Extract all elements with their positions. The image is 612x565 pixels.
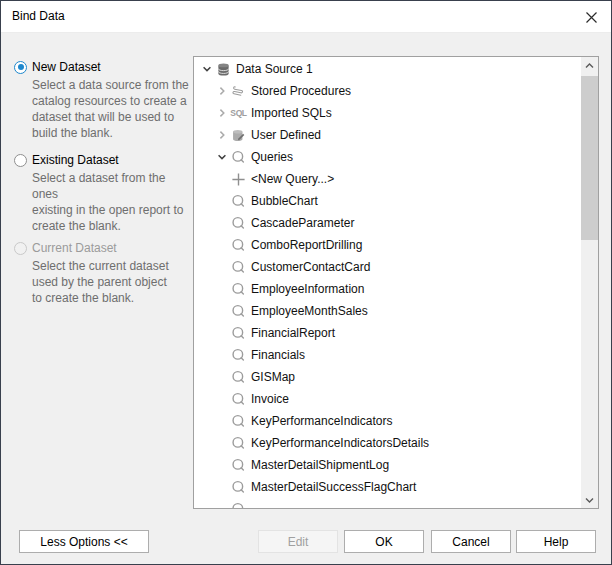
tree-item[interactable]: Financials [194,344,581,366]
chevron-right-icon[interactable] [217,108,227,118]
query-icon [231,436,246,451]
ok-button[interactable]: OK [344,530,424,553]
tree-item-label: Financials [251,348,305,362]
tree-item-label: MasterDetailSuccessFlagChart [251,480,416,494]
radio-current-dataset: Current Dataset [14,241,189,255]
query-icon [231,458,246,473]
option-description: Select a data source from the catalog re… [32,77,189,141]
chevron-down-icon [585,496,594,504]
close-icon [585,11,598,24]
tree-item[interactable]: BubbleChart [194,190,581,212]
database-icon [216,62,231,77]
query-icon [231,502,246,509]
titlebar: Bind Data [1,1,611,33]
tree-item[interactable]: GISMap [194,366,581,388]
radio-disabled-icon [14,242,27,255]
chevron-down-icon[interactable] [202,64,212,74]
query-icon [231,216,246,231]
chevron-right-icon[interactable] [217,130,227,140]
radio-new-dataset[interactable]: New Dataset [14,60,189,74]
bind-data-dialog: Bind Data New Dataset Select a data sour… [0,0,612,565]
tree-item-label: ComboReportDrilling [251,238,362,252]
tree-item[interactable]: ComboReportDrilling [194,234,581,256]
chevron-up-icon [585,62,594,70]
tree-item-label: EmployeeInformation [251,282,364,296]
option-label: New Dataset [32,60,101,74]
tree-item[interactable]: KeyPerformanceIndicators [194,410,581,432]
dialog-title: Bind Data [12,1,65,32]
tree-item[interactable]: MasterDetailSuccessFlagChart [194,476,581,498]
plus-icon [231,172,246,187]
option-description: Select a dataset from the ones existing … [32,170,189,234]
tree-item-label: Imported SQLs [251,106,332,120]
tree-item[interactable]: Queries [194,146,581,168]
tree-item[interactable]: FinancialReport [194,322,581,344]
tree-item[interactable]: <New Query...> [194,168,581,190]
option-group-existing-dataset: Existing Dataset Select a dataset from t… [14,153,189,234]
query-icon [231,238,246,253]
less-options-button[interactable]: Less Options << [19,530,149,553]
query-icon [231,370,246,385]
option-description: Select the current dataset used by the p… [32,258,189,306]
tree-item-label: FinancialReport [251,326,335,340]
query-icon [231,304,246,319]
database-edit-icon [231,128,246,143]
vertical-scrollbar[interactable] [581,57,598,508]
sql-icon: SQL [231,106,246,121]
query-icon [231,392,246,407]
help-button[interactable]: Help [516,530,596,553]
query-icon [231,326,246,341]
tree-item [194,498,581,508]
scrollbar-thumb[interactable] [581,76,598,240]
tree-item[interactable]: SQLImported SQLs [194,102,581,124]
tree-item[interactable]: EmployeeMonthSales [194,300,581,322]
query-icon [231,348,246,363]
tree-item-label: KeyPerformanceIndicatorsDetails [251,436,429,450]
chevron-right-icon[interactable] [217,86,227,96]
tree-item-label: User Defined [251,128,321,142]
option-label: Existing Dataset [32,153,119,167]
tree-item[interactable]: CascadeParameter [194,212,581,234]
tree-item-label: BubbleChart [251,194,318,208]
query-icon [231,194,246,209]
query-icon [231,150,246,165]
scroll-down-button[interactable] [581,491,598,508]
tree-item-label: KeyPerformanceIndicators [251,414,392,428]
query-icon [231,414,246,429]
tree-item[interactable]: Stored Procedures [194,80,581,102]
tree-item[interactable]: KeyPerformanceIndicatorsDetails [194,432,581,454]
close-button[interactable] [579,6,603,28]
option-group-new-dataset: New Dataset Select a data source from th… [14,60,189,141]
option-group-current-dataset: Current Dataset Select the current datas… [14,241,189,306]
tree-item-label: GISMap [251,370,295,384]
option-label: Current Dataset [32,241,117,255]
tree-item[interactable]: Invoice [194,388,581,410]
tree-body: Data Source 1 Stored ProceduresSQLImport… [194,57,581,508]
scroll-icon [231,84,246,99]
tree-item[interactable]: CustomerContactCard [194,256,581,278]
tree-item-label: <New Query...> [251,172,334,186]
tree-item[interactable]: User Defined [194,124,581,146]
query-icon [231,282,246,297]
cancel-button[interactable]: Cancel [431,530,511,553]
edit-button: Edit [258,530,338,553]
radio-existing-dataset[interactable]: Existing Dataset [14,153,189,167]
tree-item[interactable]: MasterDetailShipmentLog [194,454,581,476]
tree-item-label: Data Source 1 [236,62,313,76]
scroll-up-button[interactable] [581,57,598,74]
tree-item[interactable]: Data Source 1 [194,58,581,80]
tree-item-label: EmployeeMonthSales [251,304,368,318]
radio-checked-icon[interactable] [14,61,27,74]
tree-item-label: Queries [251,150,293,164]
tree-item-label: CascadeParameter [251,216,354,230]
chevron-down-icon[interactable] [217,152,227,162]
tree-item[interactable]: EmployeeInformation [194,278,581,300]
query-icon [231,260,246,275]
tree-item-label: Stored Procedures [251,84,351,98]
radio-unchecked-icon[interactable] [14,154,27,167]
dataset-tree-panel: Data Source 1 Stored ProceduresSQLImport… [193,56,599,509]
tree-item-label: MasterDetailShipmentLog [251,458,389,472]
tree-item-label: CustomerContactCard [251,260,370,274]
tree-item-label: Invoice [251,392,289,406]
query-icon [231,480,246,495]
